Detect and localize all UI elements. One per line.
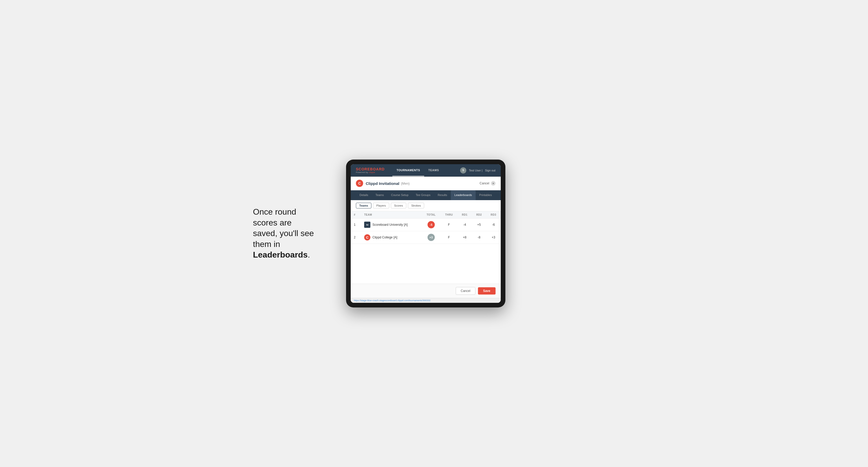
tournament-icon: C [356, 180, 363, 187]
logo-scoreboard: SCOREBOARD [356, 167, 384, 171]
rd2-1: +5 [472, 218, 486, 231]
total-1: -5 [422, 218, 440, 231]
table-row: 2 C Clippd College [A] [351, 231, 501, 244]
tab-printables[interactable]: Printables [476, 190, 496, 200]
desc-line4: them in [253, 240, 280, 249]
filter-strokes[interactable]: Strokes [408, 203, 424, 209]
bottom-bar: Cancel Save [351, 284, 501, 298]
thru-2: F [440, 231, 458, 244]
thru-1: F [440, 218, 458, 231]
nav-tab-teams[interactable]: TEAMS [424, 164, 443, 176]
nav-tabs: TOURNAMENTS TEAMS [392, 164, 443, 176]
team-logo-2: C [364, 234, 370, 241]
nav-right: S Test User | Sign out [460, 167, 496, 174]
rd1-2: +8 [458, 231, 472, 244]
tab-course-setup[interactable]: Course Setup [388, 190, 412, 200]
tablet-frame: SCOREBOARD Powered by clippd TOURNAMENTS… [346, 160, 505, 307]
tab-tee-groups[interactable]: Tee Groups [412, 190, 434, 200]
logo-board: BOARD [370, 167, 384, 171]
col-rd1: RD1 [458, 211, 472, 218]
col-rd3: RD3 [486, 211, 501, 218]
tab-results[interactable]: Results [434, 190, 451, 200]
rank-1: 1 [351, 218, 361, 231]
user-avatar: S [460, 167, 466, 174]
desc-line1: Once round [253, 207, 296, 216]
tab-details[interactable]: Details [356, 190, 372, 200]
tournament-type: (Men) [401, 182, 410, 185]
team-logo-1: SU [364, 222, 370, 228]
col-total: TOTAL [422, 211, 440, 218]
desc-line3: saved, you'll see [253, 228, 314, 238]
tablet-screen: SCOREBOARD Powered by clippd TOURNAMENTS… [351, 164, 501, 303]
rd2-2: -8 [472, 231, 486, 244]
tab-leaderboards[interactable]: Leaderboards [451, 190, 476, 200]
logo-area: SCOREBOARD Powered by clippd [356, 167, 384, 174]
col-rank: # [351, 211, 361, 218]
logo-score: SCORE [356, 167, 370, 171]
tournament-name: Clippd Invitational [366, 181, 399, 186]
sign-out-link[interactable]: Sign out [485, 169, 495, 172]
score-badge-1: -5 [428, 221, 435, 228]
cancel-x-icon: ✕ [491, 181, 496, 186]
rd3-2: +3 [486, 231, 501, 244]
save-button[interactable]: Save [478, 287, 496, 294]
desc-line2: scores are [253, 218, 291, 227]
col-rd2: RD2 [472, 211, 486, 218]
rank-2: 2 [351, 231, 361, 244]
cancel-button[interactable]: Cancel [456, 287, 475, 295]
filter-bar: Teams Players Scores Strokes [351, 200, 501, 211]
filter-teams[interactable]: Teams [356, 203, 371, 209]
col-team: TEAM [361, 211, 422, 218]
tab-teams[interactable]: Teams [372, 190, 388, 200]
left-description: Once round scores are saved, you'll see … [253, 207, 331, 260]
score-badge-2: +3 [428, 234, 435, 241]
url-bar: https://stage-blue-coach.stagescoreboard… [351, 298, 501, 303]
top-nav: SCOREBOARD Powered by clippd TOURNAMENTS… [351, 164, 501, 177]
nav-tab-tournaments[interactable]: TOURNAMENTS [392, 164, 424, 176]
table-row: 1 SU Scoreboard University [A] [351, 218, 501, 231]
desc-bold: Leaderboards [253, 250, 308, 259]
total-2: +3 [422, 231, 440, 244]
logo-powered: Powered by clippd [356, 171, 384, 174]
team-name-1: SU Scoreboard University [A] [361, 218, 422, 231]
logo-brand: clippd [369, 171, 375, 174]
table-header-row: # TEAM TOTAL THRU [351, 211, 501, 218]
leaderboard-content: # TEAM TOTAL THRU [351, 211, 501, 284]
rd3-1: -6 [486, 218, 501, 231]
rd1-1: -4 [458, 218, 472, 231]
page-wrapper: Once round scores are saved, you'll see … [253, 160, 615, 307]
user-name: Test User | [469, 169, 483, 172]
filter-scores[interactable]: Scores [391, 203, 406, 209]
col-thru: THRU [440, 211, 458, 218]
leaderboard-table: # TEAM TOTAL THRU [351, 211, 501, 244]
tournament-header: C Clippd Invitational (Men) Cancel ✕ [351, 177, 501, 190]
filter-players[interactable]: Players [373, 203, 389, 209]
team-name-2: C Clippd College [A] [361, 231, 422, 244]
secondary-nav: Details Teams Course Setup Tee Groups Re… [351, 190, 501, 200]
header-cancel-button[interactable]: Cancel ✕ [479, 181, 495, 186]
